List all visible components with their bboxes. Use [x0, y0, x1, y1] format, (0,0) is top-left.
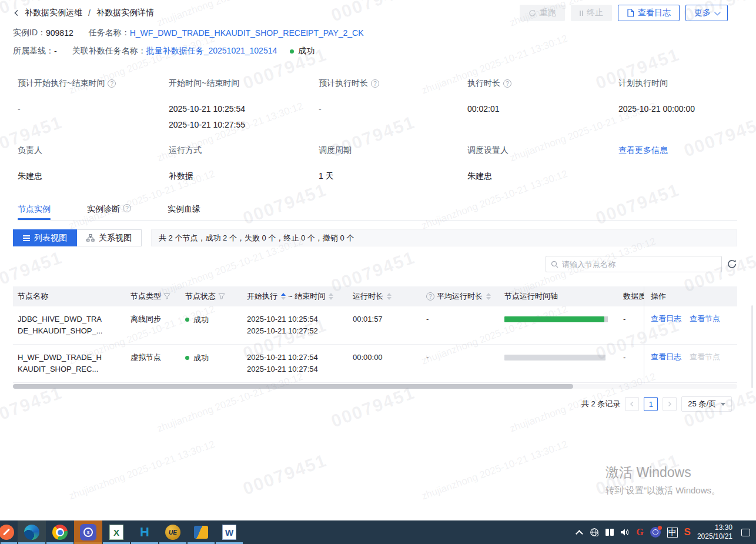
- taskbar-pen-app[interactable]: [0, 520, 18, 544]
- help-icon[interactable]: ?: [108, 79, 116, 88]
- scrollbar-thumb[interactable]: [13, 384, 573, 389]
- success-dot-icon: [290, 49, 294, 54]
- table-row: JDBC_HIVE_DWD_TRADE_HKAUDIT_SHOP_... 离线同…: [13, 306, 737, 345]
- node-quality: -: [618, 306, 644, 344]
- instance-id-label: 实例ID：: [13, 28, 46, 38]
- network-globe-icon[interactable]: [590, 528, 599, 537]
- col-start-end: 开始执行 ~ 结束时间: [242, 291, 348, 302]
- view-node-link[interactable]: 查看节点: [690, 352, 720, 382]
- node-table: 节点名称 节点类型 节点状态 开始执行 ~ 结束时间 运行时长 ? 平均: [13, 286, 737, 383]
- view-log-button[interactable]: 查看日志: [618, 5, 680, 21]
- app-badge-icon[interactable]: [650, 527, 661, 538]
- node-name: H_WF_DWD_TRADE_HKAUDIT_SHOP_REC...: [18, 352, 126, 375]
- details-row1: 预计开始执行~结束时间? - 开始时间~结束时间 2025-10-21 10:2…: [18, 78, 738, 133]
- tab-instance-diagnosis[interactable]: 实例诊断?: [87, 202, 131, 220]
- table-header: 节点名称 节点类型 节点状态 开始执行 ~ 结束时间 运行时长 ? 平均: [13, 286, 737, 306]
- relation-view-button[interactable]: 关系视图: [77, 229, 142, 246]
- col-node-status: 节点状态: [180, 291, 242, 302]
- ime-chinese-indicator[interactable]: 中: [667, 528, 678, 538]
- filter-icon[interactable]: [163, 293, 170, 300]
- breadcrumb-separator: /: [88, 8, 91, 18]
- node-quality: -: [618, 345, 644, 382]
- taskbar-hbuilder[interactable]: H: [131, 520, 159, 544]
- view-log-link[interactable]: 查看日志: [651, 352, 681, 382]
- taskbar-clock[interactable]: 13:30 2025/10/21: [697, 523, 732, 541]
- speaker-icon[interactable]: [620, 528, 630, 536]
- breadcrumb-item-parent[interactable]: 补数据实例运维: [25, 8, 82, 18]
- hbuilder-icon: H: [140, 525, 149, 540]
- notification-dot: [658, 526, 662, 530]
- help-icon[interactable]: ?: [123, 204, 131, 212]
- horizontal-scrollbar: [13, 384, 737, 389]
- windows-panes-icon[interactable]: [606, 529, 614, 536]
- taskbar-chrome[interactable]: [46, 520, 74, 544]
- g-logo-icon[interactable]: G: [636, 527, 643, 538]
- prev-page-button[interactable]: [625, 397, 639, 411]
- node-type: 虚拟节点: [126, 345, 180, 382]
- chevron-down-icon: [714, 9, 721, 15]
- view-more-info-link[interactable]: 查看更多信息: [618, 145, 668, 156]
- related-task-link[interactable]: 批量补数据任务_20251021_102514: [146, 46, 277, 56]
- back-chevron-icon[interactable]: [13, 9, 20, 16]
- task-name-link[interactable]: H_WF_DWD_TRADE_HKAUDIT_SHOP_RECEIPT_PAY_…: [130, 28, 364, 38]
- help-icon[interactable]: ?: [426, 292, 434, 301]
- taskbar-excel[interactable]: X: [102, 520, 131, 544]
- sort-icon[interactable]: [329, 293, 333, 300]
- node-duration: 00:00:00: [348, 345, 422, 382]
- taskbar-chat-app[interactable]: $: [74, 520, 102, 544]
- sogou-icon[interactable]: S: [684, 526, 691, 538]
- taskbar-edge[interactable]: [18, 520, 46, 544]
- task-name-label: 任务名称：: [89, 28, 130, 38]
- taskbar-foxmail[interactable]: [187, 520, 215, 544]
- pagination: 共 2 条记录 1 25 条/页: [581, 396, 732, 412]
- success-dot-icon: [185, 318, 189, 322]
- notification-icon[interactable]: [741, 529, 750, 536]
- col-node-type: 节点类型: [126, 291, 180, 302]
- detail-duration: 执行时长? 00:02:01: [467, 78, 618, 133]
- watermark-text: zhujianzhong 2025-10-21 13:30:12: [68, 439, 217, 503]
- help-icon[interactable]: ?: [371, 79, 379, 88]
- sort-icon[interactable]: [387, 293, 392, 300]
- timeline-bar[interactable]: [504, 316, 604, 322]
- view-log-link[interactable]: 查看日志: [651, 313, 681, 344]
- col-timeline: 节点运行时间轴: [500, 291, 618, 302]
- col-avg-duration: ? 平均运行时长: [422, 291, 500, 302]
- page-number-button[interactable]: 1: [644, 397, 658, 411]
- chat-app-icon: $: [80, 524, 96, 540]
- view-node-link[interactable]: 查看节点: [690, 313, 720, 344]
- tab-instance-lineage[interactable]: 实例血缘: [168, 202, 200, 220]
- watermark-text: 00079451: [329, 382, 418, 431]
- more-button[interactable]: 更多: [685, 5, 728, 21]
- next-page-button[interactable]: [663, 397, 677, 411]
- node-status: 成功: [185, 352, 209, 364]
- tab-node-instances[interactable]: 节点实例: [18, 202, 51, 220]
- breadcrumb-item-current: 补数据实例详情: [96, 8, 154, 18]
- related-task-label: 关联补数任务名称：: [72, 46, 146, 56]
- chrome-icon: [52, 525, 68, 540]
- topbar: 补数据实例运维 / 补数据实例详情 重跑 终止 查看日志 更: [13, 5, 728, 21]
- chevron-up-icon[interactable]: [578, 530, 583, 535]
- toolbar: 列表视图 关系视图 共 2 个节点，成功 2 个，失败 0 个，终止 0 个，撤…: [13, 229, 737, 246]
- taskbar-ultraedit[interactable]: UE: [159, 520, 187, 544]
- sort-icon[interactable]: [281, 293, 286, 300]
- col-duration: 运行时长: [348, 291, 422, 302]
- help-icon[interactable]: ?: [503, 79, 511, 88]
- node-count-summary: 共 2 个节点，成功 2 个，失败 0 个，终止 0 个，撤销 0 个: [151, 229, 737, 246]
- taskbar-word[interactable]: W: [215, 520, 243, 544]
- node-search-input[interactable]: [562, 260, 717, 269]
- node-duration: 00:01:57: [348, 306, 422, 344]
- list-icon: [23, 235, 30, 241]
- sort-icon[interactable]: [486, 293, 491, 300]
- vertical-scrollbar[interactable]: [751, 305, 753, 388]
- instance-id-value: 909812: [46, 28, 73, 38]
- word-icon: W: [222, 525, 236, 540]
- page-size-select[interactable]: 25 条/页: [681, 396, 732, 412]
- node-times: 2025-10-21 10:27:542025-10-21 10:27:54: [242, 345, 348, 382]
- list-view-button[interactable]: 列表视图: [13, 229, 77, 246]
- terminate-button[interactable]: 终止: [571, 5, 612, 21]
- rerun-button[interactable]: 重跑: [520, 5, 565, 21]
- reload-icon[interactable]: [727, 259, 737, 269]
- filter-icon[interactable]: [218, 293, 225, 300]
- instance-info-line2: 所属基线： - 关联补数任务名称： 批量补数据任务_20251021_10251…: [13, 46, 315, 56]
- timeline-bar[interactable]: [504, 355, 606, 361]
